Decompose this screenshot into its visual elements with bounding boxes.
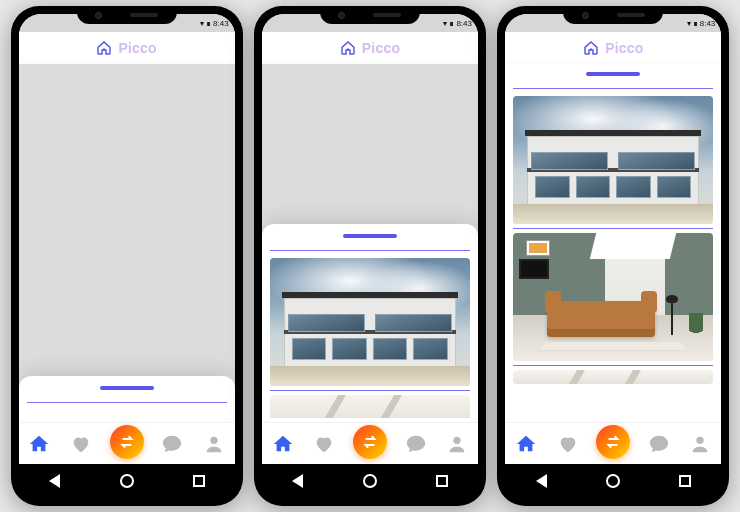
bottom-nav — [19, 422, 235, 464]
sheet-divider — [270, 250, 470, 251]
battery-icon: ∎ — [449, 19, 454, 28]
nav-likes[interactable] — [68, 431, 94, 457]
svg-point-1 — [210, 436, 217, 443]
nav-profile[interactable] — [687, 431, 713, 457]
screen: ▾ ∎ 8:43 Picco — [262, 14, 478, 464]
card-divider — [513, 365, 713, 366]
nav-home[interactable] — [513, 431, 539, 457]
svg-point-5 — [697, 436, 704, 443]
sheet-handle[interactable] — [343, 234, 397, 238]
back-button[interactable] — [289, 472, 307, 490]
device-notch — [77, 6, 177, 24]
content-area — [505, 64, 721, 422]
bottom-nav — [505, 422, 721, 464]
card-divider — [513, 228, 713, 229]
feed-card-partial[interactable] — [513, 370, 713, 384]
recents-button[interactable] — [433, 472, 451, 490]
sheet-handle[interactable] — [586, 72, 640, 76]
nav-home[interactable] — [26, 431, 52, 457]
device-frame: ▾ ∎ 8:43 Picco — [11, 6, 243, 506]
feed-card-partial[interactable] — [270, 395, 470, 418]
app-title: Picco — [605, 40, 643, 56]
app-header: Picco — [262, 32, 478, 64]
feed-list[interactable] — [511, 93, 715, 418]
device-notch — [563, 6, 663, 24]
device-frame: ▾ ∎ 8:43 Picco — [497, 6, 729, 506]
battery-icon: ∎ — [206, 19, 211, 28]
bottom-sheet[interactable] — [262, 224, 478, 422]
house-icon — [583, 40, 599, 56]
nav-chat[interactable] — [403, 431, 429, 457]
home-button[interactable] — [118, 472, 136, 490]
nav-profile[interactable] — [201, 431, 227, 457]
sheet-handle[interactable] — [100, 386, 154, 390]
device-frame: ▾ ∎ 8:43 Picco — [254, 6, 486, 506]
app-title: Picco — [118, 40, 156, 56]
bottom-sheet[interactable] — [505, 64, 721, 422]
svg-point-4 — [590, 48, 592, 50]
android-nav-bar — [262, 464, 478, 498]
nav-home[interactable] — [270, 431, 296, 457]
nav-swap[interactable] — [353, 425, 387, 459]
feed-card-house[interactable] — [270, 258, 470, 386]
screen: ▾ ∎ 8:43 Picco — [19, 14, 235, 464]
content-area — [262, 64, 478, 422]
device-notch — [320, 6, 420, 24]
bottom-nav — [262, 422, 478, 464]
signal-icon: ▾ — [687, 19, 691, 28]
app-header: Picco — [505, 32, 721, 64]
sheet-divider — [27, 402, 227, 403]
nav-profile[interactable] — [444, 431, 470, 457]
status-time: 8:43 — [456, 19, 472, 28]
house-icon — [96, 40, 112, 56]
content-area — [19, 64, 235, 422]
recents-button[interactable] — [190, 472, 208, 490]
svg-point-2 — [347, 48, 349, 50]
signal-icon: ▾ — [443, 19, 447, 28]
feed-card-house[interactable] — [513, 96, 713, 224]
signal-icon: ▾ — [200, 19, 204, 28]
nav-swap[interactable] — [110, 425, 144, 459]
sheet-divider — [513, 88, 713, 89]
home-button[interactable] — [604, 472, 622, 490]
app-header: Picco — [19, 32, 235, 64]
status-time: 8:43 — [700, 19, 716, 28]
recents-button[interactable] — [676, 472, 694, 490]
nav-chat[interactable] — [159, 431, 185, 457]
android-nav-bar — [19, 464, 235, 498]
status-time: 8:43 — [213, 19, 229, 28]
nav-chat[interactable] — [646, 431, 672, 457]
house-icon — [340, 40, 356, 56]
feed-list[interactable] — [268, 255, 472, 418]
nav-likes[interactable] — [311, 431, 337, 457]
app-title: Picco — [362, 40, 400, 56]
nav-swap[interactable] — [596, 425, 630, 459]
svg-point-0 — [103, 48, 105, 50]
svg-point-3 — [453, 436, 460, 443]
back-button[interactable] — [46, 472, 64, 490]
android-nav-bar — [505, 464, 721, 498]
screen: ▾ ∎ 8:43 Picco — [505, 14, 721, 464]
battery-icon: ∎ — [693, 19, 698, 28]
card-divider — [270, 390, 470, 391]
feed-card-living-room[interactable] — [513, 233, 713, 361]
back-button[interactable] — [532, 472, 550, 490]
nav-likes[interactable] — [555, 431, 581, 457]
bottom-sheet[interactable] — [19, 376, 235, 422]
home-button[interactable] — [361, 472, 379, 490]
